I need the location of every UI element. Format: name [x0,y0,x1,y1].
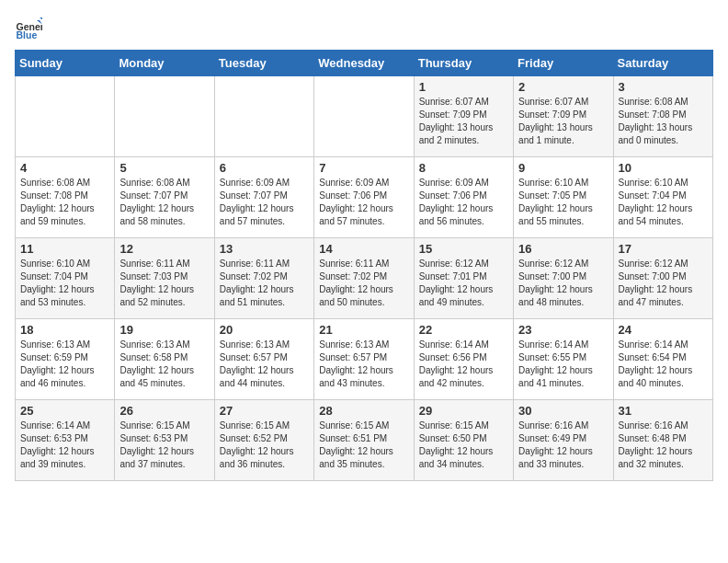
calendar-cell [214,76,313,157]
cell-content: Sunrise: 6:12 AM Sunset: 7:00 PM Dayligh… [619,258,708,309]
day-number: 1 [419,80,508,94]
day-number: 14 [319,242,408,256]
cell-content: Sunrise: 6:07 AM Sunset: 7:09 PM Dayligh… [419,96,508,147]
day-number: 31 [619,404,708,418]
calendar-cell: 6Sunrise: 6:09 AM Sunset: 7:07 PM Daylig… [214,157,313,238]
calendar-cell: 21Sunrise: 6:13 AM Sunset: 6:57 PM Dayli… [314,319,414,400]
calendar-cell: 13Sunrise: 6:11 AM Sunset: 7:02 PM Dayli… [214,238,313,319]
week-row-2: 4Sunrise: 6:08 AM Sunset: 7:08 PM Daylig… [16,157,713,238]
header-cell-saturday: Saturday [613,51,712,76]
day-number: 12 [119,242,209,256]
cell-content: Sunrise: 6:13 AM Sunset: 6:58 PM Dayligh… [119,339,209,390]
day-number: 9 [518,161,608,175]
calendar-cell: 20Sunrise: 6:13 AM Sunset: 6:57 PM Dayli… [214,319,313,400]
day-number: 8 [419,161,508,175]
calendar-cell: 15Sunrise: 6:12 AM Sunset: 7:01 PM Dayli… [414,238,513,319]
cell-content: Sunrise: 6:12 AM Sunset: 7:00 PM Dayligh… [518,258,608,309]
day-number: 10 [619,161,708,175]
cell-content: Sunrise: 6:09 AM Sunset: 7:07 PM Dayligh… [220,177,309,228]
cell-content: Sunrise: 6:10 AM Sunset: 7:05 PM Dayligh… [518,177,608,228]
week-row-4: 18Sunrise: 6:13 AM Sunset: 6:59 PM Dayli… [16,319,713,400]
calendar-cell: 12Sunrise: 6:11 AM Sunset: 7:03 PM Dayli… [115,238,214,319]
cell-content: Sunrise: 6:13 AM Sunset: 6:59 PM Dayligh… [20,339,109,390]
cell-content: Sunrise: 6:13 AM Sunset: 6:57 PM Dayligh… [319,339,408,390]
calendar-cell: 24Sunrise: 6:14 AM Sunset: 6:54 PM Dayli… [613,319,712,400]
cell-content: Sunrise: 6:14 AM Sunset: 6:55 PM Dayligh… [518,339,608,390]
cell-content: Sunrise: 6:15 AM Sunset: 6:50 PM Dayligh… [419,419,508,471]
cell-content: Sunrise: 6:11 AM Sunset: 7:02 PM Dayligh… [319,258,408,309]
day-number: 24 [619,323,708,337]
calendar-cell: 31Sunrise: 6:16 AM Sunset: 6:48 PM Dayli… [613,400,712,481]
calendar-cell: 30Sunrise: 6:16 AM Sunset: 6:49 PM Dayli… [514,400,613,481]
cell-content: Sunrise: 6:10 AM Sunset: 7:04 PM Dayligh… [20,258,109,309]
day-number: 6 [220,161,309,175]
header-cell-sunday: Sunday [16,51,115,76]
cell-content: Sunrise: 6:16 AM Sunset: 6:49 PM Dayligh… [518,419,608,471]
day-number: 15 [419,242,508,256]
calendar-cell [16,76,115,157]
calendar-table: SundayMondayTuesdayWednesdayThursdayFrid… [15,50,713,481]
day-number: 26 [119,404,209,418]
day-number: 29 [419,404,508,418]
calendar-cell: 14Sunrise: 6:11 AM Sunset: 7:02 PM Dayli… [314,238,414,319]
day-number: 3 [619,80,708,94]
svg-text:Blue: Blue [17,29,38,40]
calendar-cell: 28Sunrise: 6:15 AM Sunset: 6:51 PM Dayli… [314,400,414,481]
cell-content: Sunrise: 6:08 AM Sunset: 7:07 PM Dayligh… [119,177,209,228]
calendar-cell: 3Sunrise: 6:08 AM Sunset: 7:08 PM Daylig… [613,76,712,157]
cell-content: Sunrise: 6:15 AM Sunset: 6:51 PM Dayligh… [319,419,408,471]
day-number: 13 [220,242,309,256]
day-number: 20 [220,323,309,337]
header-row: SundayMondayTuesdayWednesdayThursdayFrid… [16,51,713,76]
calendar-cell: 23Sunrise: 6:14 AM Sunset: 6:55 PM Dayli… [514,319,613,400]
day-number: 28 [319,404,408,418]
header-cell-monday: Monday [115,51,214,76]
week-row-5: 25Sunrise: 6:14 AM Sunset: 6:53 PM Dayli… [16,400,713,481]
calendar-cell: 2Sunrise: 6:07 AM Sunset: 7:09 PM Daylig… [514,76,613,157]
logo: General Blue [15,15,46,42]
header-cell-thursday: Thursday [414,51,513,76]
calendar-cell [115,76,214,157]
calendar-cell: 27Sunrise: 6:15 AM Sunset: 6:52 PM Dayli… [214,400,313,481]
day-number: 2 [518,80,608,94]
calendar-cell: 10Sunrise: 6:10 AM Sunset: 7:04 PM Dayli… [613,157,712,238]
day-number: 5 [119,161,209,175]
cell-content: Sunrise: 6:09 AM Sunset: 7:06 PM Dayligh… [319,177,408,228]
day-number: 22 [419,323,508,337]
cell-content: Sunrise: 6:12 AM Sunset: 7:01 PM Dayligh… [419,258,508,309]
calendar-cell: 9Sunrise: 6:10 AM Sunset: 7:05 PM Daylig… [514,157,613,238]
calendar-cell: 25Sunrise: 6:14 AM Sunset: 6:53 PM Dayli… [16,400,115,481]
calendar-cell: 8Sunrise: 6:09 AM Sunset: 7:06 PM Daylig… [414,157,513,238]
cell-content: Sunrise: 6:10 AM Sunset: 7:04 PM Dayligh… [619,177,708,228]
calendar-cell: 5Sunrise: 6:08 AM Sunset: 7:07 PM Daylig… [115,157,214,238]
calendar-cell: 11Sunrise: 6:10 AM Sunset: 7:04 PM Dayli… [16,238,115,319]
cell-content: Sunrise: 6:08 AM Sunset: 7:08 PM Dayligh… [20,177,109,228]
cell-content: Sunrise: 6:11 AM Sunset: 7:02 PM Dayligh… [220,258,309,309]
calendar-cell: 22Sunrise: 6:14 AM Sunset: 6:56 PM Dayli… [414,319,513,400]
week-row-3: 11Sunrise: 6:10 AM Sunset: 7:04 PM Dayli… [16,238,713,319]
cell-content: Sunrise: 6:15 AM Sunset: 6:52 PM Dayligh… [220,419,309,471]
cell-content: Sunrise: 6:08 AM Sunset: 7:08 PM Dayligh… [619,96,708,147]
day-number: 4 [20,161,109,175]
calendar-cell: 17Sunrise: 6:12 AM Sunset: 7:00 PM Dayli… [613,238,712,319]
calendar-cell: 7Sunrise: 6:09 AM Sunset: 7:06 PM Daylig… [314,157,414,238]
calendar-cell [314,76,414,157]
day-number: 17 [619,242,708,256]
cell-content: Sunrise: 6:09 AM Sunset: 7:06 PM Dayligh… [419,177,508,228]
day-number: 7 [319,161,408,175]
calendar-cell: 1Sunrise: 6:07 AM Sunset: 7:09 PM Daylig… [414,76,513,157]
day-number: 21 [319,323,408,337]
cell-content: Sunrise: 6:16 AM Sunset: 6:48 PM Dayligh… [619,419,708,471]
header-cell-tuesday: Tuesday [214,51,313,76]
header-cell-friday: Friday [514,51,613,76]
day-number: 23 [518,323,608,337]
calendar-cell: 16Sunrise: 6:12 AM Sunset: 7:00 PM Dayli… [514,238,613,319]
calendar-cell: 18Sunrise: 6:13 AM Sunset: 6:59 PM Dayli… [16,319,115,400]
calendar-cell: 26Sunrise: 6:15 AM Sunset: 6:53 PM Dayli… [115,400,214,481]
day-number: 16 [518,242,608,256]
cell-content: Sunrise: 6:15 AM Sunset: 6:53 PM Dayligh… [119,419,209,471]
day-number: 18 [20,323,109,337]
day-number: 27 [220,404,309,418]
cell-content: Sunrise: 6:14 AM Sunset: 6:53 PM Dayligh… [20,419,109,471]
day-number: 25 [20,404,109,418]
